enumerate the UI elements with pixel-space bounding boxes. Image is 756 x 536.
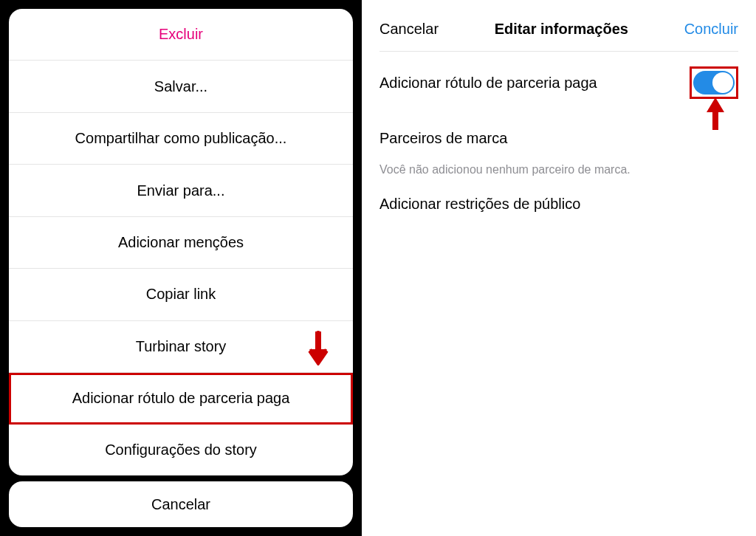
action-label: Compartilhar como publicação... [75, 130, 287, 147]
action-delete[interactable]: Excluir [9, 9, 353, 61]
highlighted-wrapper: Adicionar rótulo de parceria paga [9, 373, 353, 424]
right-settings-panel: Cancelar Editar informações Concluir Adi… [362, 0, 756, 536]
modal-title: Editar informações [495, 21, 628, 38]
action-send-to[interactable]: Enviar para... [9, 165, 353, 216]
svg-rect-0 [315, 331, 321, 351]
annotation-arrow-icon [307, 330, 329, 368]
action-story-settings[interactable]: Configurações do story [9, 425, 353, 475]
action-boost-story[interactable]: Turbinar story [9, 321, 353, 373]
paid-partnership-toggle[interactable] [693, 71, 735, 95]
annotation-highlight-box [690, 66, 738, 99]
toggle-label: Adicionar rótulo de parceria paga [379, 75, 597, 92]
modal-header: Cancelar Editar informações Concluir [379, 15, 738, 52]
audience-restrictions-row[interactable]: Adicionar restrições de público [379, 193, 738, 227]
cancel-label: Cancelar [151, 496, 210, 513]
action-share-as-post[interactable]: Compartilhar como publicação... [9, 113, 353, 165]
action-sheet: Excluir Salvar... Compartilhar como publ… [9, 9, 353, 475]
phone-frame: Excluir Salvar... Compartilhar como publ… [9, 9, 353, 527]
brand-partners-hint: Você não adicionou nenhum parceiro de ma… [379, 154, 738, 193]
action-add-paid-partnership-label[interactable]: Adicionar rótulo de parceria paga [9, 373, 353, 424]
annotation-arrow-icon [704, 96, 726, 134]
paid-partnership-toggle-row: Adicionar rótulo de parceria paga [379, 52, 738, 112]
action-label: Enviar para... [137, 182, 225, 199]
action-label: Adicionar rótulo de parceria paga [72, 390, 290, 407]
action-label: Adicionar menções [118, 234, 244, 251]
row-label: Adicionar restrições de público [379, 196, 580, 212]
action-save[interactable]: Salvar... [9, 61, 353, 112]
done-button[interactable]: Concluir [684, 21, 738, 38]
toggle-knob [712, 72, 733, 93]
action-copy-link[interactable]: Copiar link [9, 269, 353, 320]
action-add-mentions[interactable]: Adicionar menções [9, 217, 353, 269]
cancel-label: Cancelar [379, 21, 439, 37]
done-label: Concluir [684, 21, 738, 37]
cancel-button[interactable]: Cancelar [379, 21, 439, 38]
left-phone-panel: Excluir Salvar... Compartilhar como publ… [0, 0, 362, 536]
action-label: Turbinar story [136, 338, 227, 355]
action-label: Salvar... [154, 78, 207, 95]
svg-rect-1 [712, 111, 718, 130]
action-label: Excluir [159, 26, 203, 43]
brand-partners-heading: Parceiros de marca [379, 112, 738, 154]
action-sheet-cancel-button[interactable]: Cancelar [9, 481, 353, 527]
action-label: Copiar link [146, 286, 216, 303]
action-label: Configurações do story [105, 441, 257, 458]
